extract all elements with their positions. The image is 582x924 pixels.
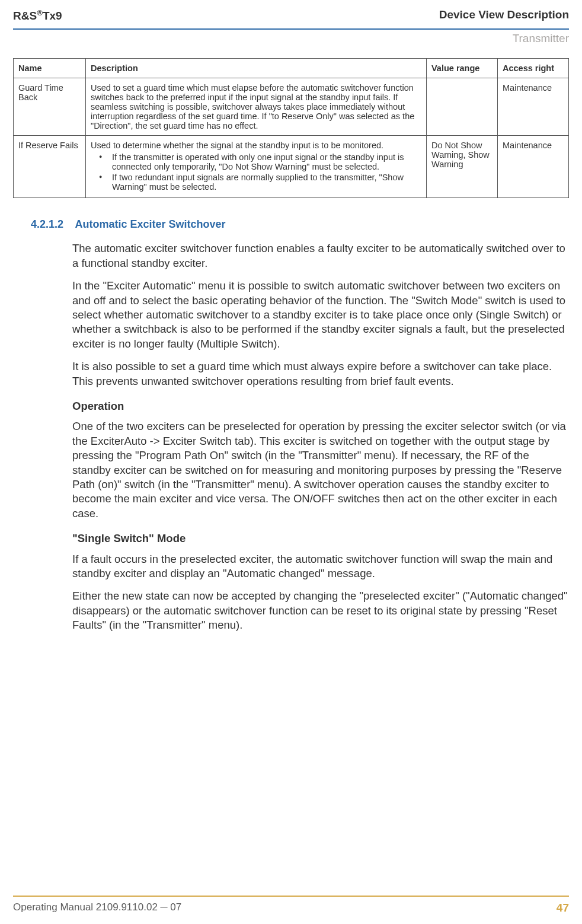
- list-item: If the transmitter is operated with only…: [99, 152, 421, 171]
- footer-rule: [13, 896, 569, 897]
- operation-heading: Operation: [72, 399, 569, 413]
- cell-description-intro: Used to determine whether the signal at …: [91, 141, 383, 150]
- footer-line: Operating Manual 2109.9110.02 ─ 07 47: [13, 901, 569, 915]
- cell-value-range: Do Not Show Warning, Show Warning: [427, 136, 498, 198]
- list-item: If two redundant input signals are norma…: [99, 173, 421, 192]
- page-subtitle: Transmitter: [0, 32, 582, 45]
- product-model: Tx9: [43, 9, 62, 22]
- cell-description: Used to set a guard time which must elap…: [86, 78, 427, 136]
- header-rule: [13, 28, 569, 30]
- bullet-list: If the transmitter is operated with only…: [91, 152, 421, 192]
- cell-access-right: Maintenance: [498, 136, 569, 198]
- paragraph: One of the two exciters can be preselect…: [72, 419, 569, 521]
- cell-access-right: Maintenance: [498, 78, 569, 136]
- page: R&S®Tx9 Device View Description Transmit…: [0, 0, 582, 924]
- registered-mark: ®: [37, 8, 43, 17]
- col-header-description: Description: [86, 59, 427, 78]
- table-header-row: Name Description Value range Access righ…: [14, 59, 569, 78]
- page-number: 47: [557, 901, 569, 915]
- page-title: Device View Description: [439, 8, 569, 21]
- cell-description: Used to determine whether the signal at …: [86, 136, 427, 198]
- paragraph: Either the new state can now be accepted…: [72, 589, 569, 632]
- cell-name: Guard Time Back: [14, 78, 86, 136]
- paragraph: The automatic exciter switchover functio…: [72, 241, 569, 270]
- page-footer: Operating Manual 2109.9110.02 ─ 07 47: [0, 896, 582, 924]
- col-header-access-right: Access right: [498, 59, 569, 78]
- col-header-value-range: Value range: [427, 59, 498, 78]
- section-number: 4.2.1.2: [31, 218, 72, 231]
- paragraph: In the "Exciter Automatic" menu it is po…: [72, 279, 569, 351]
- product-name: R&S®Tx9: [13, 8, 62, 23]
- section-heading: 4.2.1.2 Automatic Exciter Switchover: [31, 218, 569, 231]
- cell-name: If Reserve Fails: [14, 136, 86, 198]
- paragraph: If a fault occurs in the preselected exc…: [72, 552, 569, 581]
- body-text: The automatic exciter switchover functio…: [72, 241, 569, 632]
- table-row: Guard Time Back Used to set a guard time…: [14, 78, 569, 136]
- page-header: R&S®Tx9 Device View Description: [0, 0, 582, 25]
- cell-value-range: [427, 78, 498, 136]
- parameter-table: Name Description Value range Access righ…: [13, 58, 569, 198]
- paragraph: It is also possible to set a guard time …: [72, 359, 569, 388]
- single-switch-heading: "Single Switch" Mode: [72, 531, 569, 546]
- manual-id: Operating Manual 2109.9110.02 ─ 07: [13, 901, 181, 915]
- section-title: Automatic Exciter Switchover: [75, 218, 225, 230]
- product-prefix: R&S: [13, 9, 37, 22]
- table-row: If Reserve Fails Used to determine wheth…: [14, 136, 569, 198]
- content-area: Name Description Value range Access righ…: [0, 45, 582, 632]
- col-header-name: Name: [14, 59, 86, 78]
